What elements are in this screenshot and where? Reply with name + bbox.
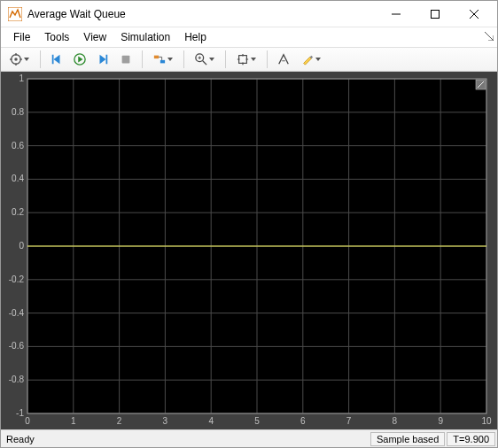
svg-text:-0.8: -0.8 — [9, 375, 25, 384]
scope-chart[interactable]: 012345678910-1-0.8-0.6-0.4-0.200.20.40.6… — [1, 72, 497, 429]
svg-text:-0.6: -0.6 — [9, 341, 25, 351]
status-sample-mode: Sample based — [370, 432, 445, 446]
autoscale-button[interactable] — [231, 50, 261, 69]
svg-marker-15 — [100, 55, 106, 65]
dropdown-caret-icon — [209, 58, 214, 61]
toolbar-separator — [267, 50, 268, 68]
signal-selector-button[interactable] — [148, 50, 178, 69]
menu-bar: File Tools View Simulation Help — [1, 27, 497, 47]
svg-text:0.8: 0.8 — [12, 107, 24, 117]
dropdown-caret-icon — [167, 58, 173, 61]
svg-text:1: 1 — [19, 73, 24, 83]
measurements-button[interactable] — [273, 50, 294, 69]
toolbar-separator — [40, 50, 41, 68]
svg-text:0: 0 — [25, 416, 30, 426]
svg-point-6 — [14, 58, 18, 61]
svg-rect-17 — [122, 56, 130, 64]
svg-text:1: 1 — [71, 416, 76, 426]
svg-rect-18 — [154, 56, 159, 59]
svg-text:0: 0 — [19, 241, 24, 251]
svg-text:10: 10 — [481, 416, 492, 426]
menu-simulation[interactable]: Simulation — [113, 29, 177, 45]
zoom-button[interactable] — [190, 50, 220, 69]
dropdown-caret-icon — [315, 58, 321, 61]
svg-rect-2 — [432, 10, 440, 18]
dropdown-caret-icon — [24, 58, 29, 61]
menu-file[interactable]: File — [6, 29, 37, 45]
svg-text:2: 2 — [117, 416, 122, 426]
svg-text:4: 4 — [208, 416, 214, 426]
status-time: T=9.900 — [447, 432, 495, 446]
status-ready: Ready — [1, 434, 370, 444]
svg-text:7: 7 — [346, 416, 352, 426]
svg-text:0.4: 0.4 — [12, 174, 24, 183]
toolbar-separator — [183, 50, 184, 68]
menu-help[interactable]: Help — [177, 29, 214, 45]
svg-text:0.6: 0.6 — [12, 141, 24, 151]
close-button[interactable] — [455, 1, 494, 27]
configure-button[interactable] — [4, 50, 35, 69]
svg-text:6: 6 — [300, 416, 306, 426]
toolbar — [1, 47, 497, 72]
status-bar: Ready Sample based T=9.900 — [1, 429, 497, 447]
svg-rect-24 — [239, 56, 247, 64]
minimize-button[interactable] — [377, 1, 416, 27]
svg-rect-19 — [160, 60, 165, 64]
title-bar: Average Wait Queue — [1, 1, 497, 27]
dropdown-caret-icon — [251, 58, 256, 61]
svg-marker-11 — [54, 55, 60, 65]
step-back-button[interactable] — [46, 50, 67, 69]
menu-view[interactable]: View — [76, 29, 113, 45]
scope-plot: 012345678910-1-0.8-0.6-0.4-0.200.20.40.6… — [1, 72, 497, 429]
window-title: Average Wait Queue — [27, 8, 377, 20]
stop-button[interactable] — [115, 50, 136, 69]
svg-text:0.2: 0.2 — [12, 207, 24, 217]
dock-icon[interactable] — [485, 31, 494, 40]
svg-text:-0.4: -0.4 — [9, 308, 25, 318]
svg-text:3: 3 — [163, 416, 168, 426]
highlight-button[interactable] — [296, 50, 326, 69]
svg-text:-1: -1 — [16, 408, 24, 418]
app-icon — [8, 7, 22, 21]
toolbar-separator — [142, 50, 143, 68]
maximize-button[interactable] — [416, 1, 455, 27]
svg-marker-14 — [78, 57, 82, 63]
menu-tools[interactable]: Tools — [37, 29, 76, 45]
toolbar-separator — [225, 50, 226, 68]
step-forward-button[interactable] — [92, 50, 113, 69]
svg-line-21 — [203, 61, 206, 65]
svg-text:-0.2: -0.2 — [9, 274, 25, 284]
svg-text:5: 5 — [254, 416, 260, 426]
svg-text:9: 9 — [438, 416, 443, 426]
run-button[interactable] — [69, 50, 90, 69]
svg-text:8: 8 — [393, 416, 398, 426]
